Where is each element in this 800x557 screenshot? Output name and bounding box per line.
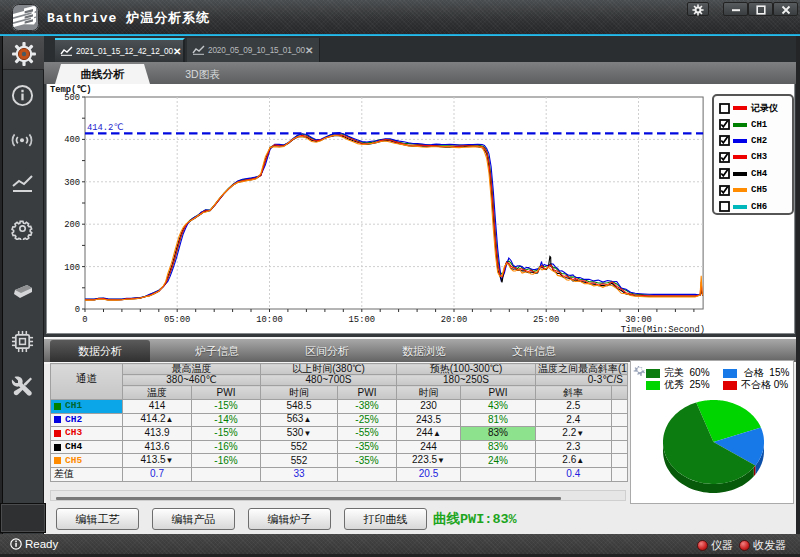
- svg-text:10:00: 10:00: [256, 315, 282, 325]
- svg-text:300: 300: [64, 178, 80, 188]
- svg-text:0: 0: [75, 305, 80, 315]
- svg-text:15:00: 15:00: [349, 315, 375, 325]
- svg-text:25:00: 25:00: [533, 315, 559, 325]
- svg-text:400: 400: [64, 135, 80, 145]
- svg-text:30:00: 30:00: [625, 315, 651, 325]
- svg-text:05:00: 05:00: [164, 315, 190, 325]
- svg-text:0: 0: [82, 315, 87, 325]
- svg-text:500: 500: [64, 93, 80, 103]
- svg-text:414.2℃: 414.2℃: [87, 123, 123, 133]
- svg-text:100: 100: [64, 263, 80, 273]
- svg-text:20:00: 20:00: [441, 315, 467, 325]
- svg-text:200: 200: [64, 220, 80, 230]
- svg-text:Time(Min:Second): Time(Min:Second): [621, 325, 705, 334]
